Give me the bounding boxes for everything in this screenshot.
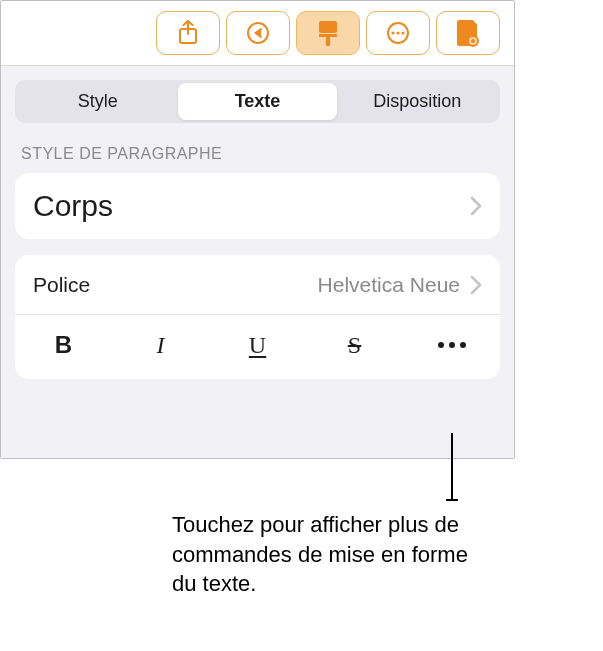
font-value: Helvetica Neue: [318, 273, 460, 297]
format-panel-body: Style Texte Disposition STYLE DE PARAGRA…: [1, 66, 514, 458]
svg-rect-3: [326, 37, 330, 46]
tab-layout[interactable]: Disposition: [337, 83, 497, 120]
paragraph-style-value: Corps: [33, 189, 470, 223]
document-view-icon: [456, 19, 480, 47]
undo-icon: [245, 20, 271, 46]
svg-point-5: [391, 31, 394, 34]
more-button[interactable]: [366, 11, 430, 55]
paragraph-style-row[interactable]: Corps: [15, 173, 500, 239]
tab-style[interactable]: Style: [18, 83, 178, 120]
brush-icon: [315, 19, 341, 47]
share-button[interactable]: [156, 11, 220, 55]
text-style-buttons: B I U S: [15, 315, 500, 379]
font-label: Police: [33, 273, 318, 297]
more-text-options-button[interactable]: [403, 321, 500, 369]
format-panel: Style Texte Disposition STYLE DE PARAGRA…: [0, 0, 515, 459]
bold-button[interactable]: B: [15, 321, 112, 369]
app-toolbar: [1, 1, 514, 66]
undo-button[interactable]: [226, 11, 290, 55]
ellipsis-icon: [438, 342, 466, 348]
callout-text: Touchez pour afficher plus de commandes …: [172, 510, 472, 599]
italic-button[interactable]: I: [112, 321, 209, 369]
more-icon: [385, 20, 411, 46]
format-button[interactable]: [296, 11, 360, 55]
font-row[interactable]: Police Helvetica Neue: [15, 255, 500, 315]
chevron-right-icon: [470, 275, 482, 295]
callout-leader-tick: [446, 499, 458, 501]
strikethrough-button[interactable]: S: [306, 321, 403, 369]
panel-tabs: Style Texte Disposition: [15, 80, 500, 123]
document-view-button[interactable]: [436, 11, 500, 55]
paragraph-style-card: Corps: [15, 173, 500, 239]
tab-text[interactable]: Texte: [178, 83, 338, 120]
underline-button[interactable]: U: [209, 321, 306, 369]
chevron-right-icon: [470, 196, 482, 216]
svg-rect-2: [319, 34, 337, 37]
svg-point-9: [471, 39, 475, 43]
share-icon: [177, 20, 199, 46]
callout-leader: [451, 433, 453, 501]
paragraph-style-section-label: STYLE DE PARAGRAPHE: [21, 145, 494, 163]
svg-point-7: [401, 31, 404, 34]
svg-point-6: [396, 31, 399, 34]
font-card: Police Helvetica Neue B I U S: [15, 255, 500, 379]
